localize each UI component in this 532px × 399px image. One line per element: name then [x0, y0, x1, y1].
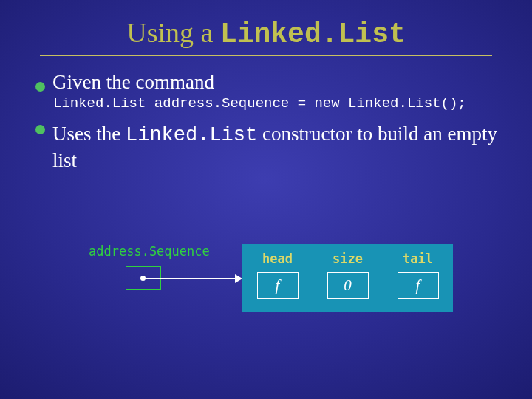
slide: Using a Linked.List Given the command Li… — [0, 0, 532, 399]
bullet-1: Given the command — [35, 71, 510, 94]
object-values-row: f 0 f — [242, 266, 453, 299]
arrow-shaft — [145, 278, 236, 279]
tail-label: tail — [392, 251, 444, 266]
object-box: head size tail f 0 f — [242, 244, 453, 312]
tail-cell: f — [392, 266, 444, 299]
bullet-2: Uses the Linked.List constructor to buil… — [35, 122, 510, 174]
bullet-2-text: Uses the Linked.List constructor to buil… — [52, 122, 510, 174]
size-value: 0 — [327, 272, 369, 299]
size-cell: 0 — [322, 266, 374, 299]
code-line: Linked.List address.Sequence = new Linke… — [35, 95, 510, 112]
bullet-1-text: Given the command — [52, 71, 214, 94]
bullet-2-class: Linked.List — [126, 124, 257, 146]
size-label: size — [322, 251, 374, 266]
title-class: Linked.List — [220, 18, 406, 50]
diagram: address.Sequence head size tail f 0 f — [89, 244, 473, 362]
head-value: f — [257, 272, 299, 299]
arrow-head-icon — [235, 274, 242, 283]
pointer-label: address.Sequence — [89, 244, 210, 259]
head-cell: f — [252, 266, 304, 299]
bullet-dot-icon — [35, 82, 45, 92]
object-labels-row: head size tail — [242, 244, 453, 266]
title-prefix: Using a — [126, 17, 220, 48]
head-label: head — [252, 251, 304, 266]
body: Given the command Linked.List address.Se… — [0, 56, 532, 174]
bullet-dot-icon — [35, 125, 45, 134]
bullet-2-part1: Uses the — [52, 123, 126, 145]
tail-value: f — [398, 272, 439, 299]
slide-title: Using a Linked.List — [0, 0, 532, 50]
